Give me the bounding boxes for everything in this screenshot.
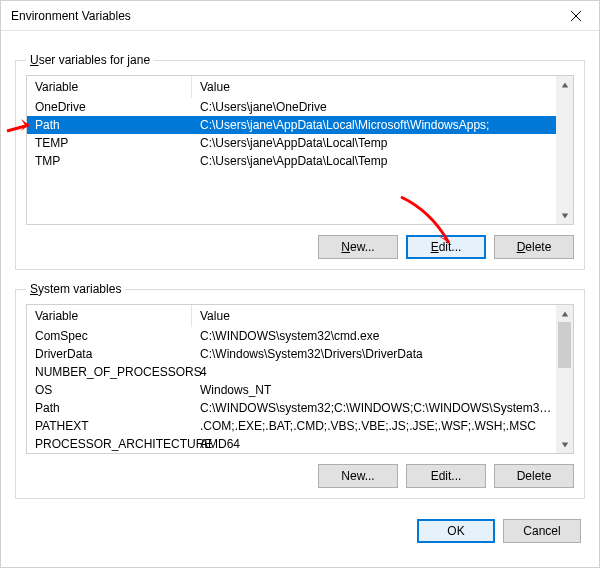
- scroll-down-icon[interactable]: [556, 436, 573, 453]
- row-val: C:\Users\jane\AppData\Local\Temp: [200, 136, 556, 150]
- row-var: PATHEXT: [35, 419, 200, 433]
- close-icon: [571, 11, 581, 21]
- row-val: 4: [200, 365, 556, 379]
- env-vars-dialog: Environment Variables User variables for…: [0, 0, 600, 568]
- row-val: C:\WINDOWS\system32;C:\WINDOWS;C:\WINDOW…: [200, 401, 556, 415]
- system-variables-group: System variables Variable Value ComSpecC…: [15, 282, 585, 499]
- scrollbar[interactable]: [556, 76, 573, 224]
- scroll-thumb[interactable]: [558, 93, 571, 207]
- row-var: Path: [35, 118, 200, 132]
- list-header-row: Variable Value: [27, 76, 556, 98]
- ok-button[interactable]: OK: [417, 519, 495, 543]
- scroll-up-icon[interactable]: [556, 305, 573, 322]
- list-header-row: Variable Value: [27, 305, 556, 327]
- close-button[interactable]: [553, 1, 599, 31]
- dialog-content: User variables for jane Variable Value O…: [1, 31, 599, 511]
- system-variables-legend: System variables: [26, 282, 125, 296]
- table-row[interactable]: PATHEXT.COM;.EXE;.BAT;.CMD;.VBS;.VBE;.JS…: [27, 417, 556, 435]
- row-val: .COM;.EXE;.BAT;.CMD;.VBS;.VBE;.JS;.JSE;.…: [200, 419, 556, 433]
- user-buttons-row: New... Edit... Delete: [26, 235, 574, 259]
- table-row[interactable]: TEMP C:\Users\jane\AppData\Local\Temp: [27, 134, 556, 152]
- system-variables-list[interactable]: Variable Value ComSpecC:\WINDOWS\system3…: [26, 304, 574, 454]
- table-row[interactable]: PROCESSOR_ARCHITECTUREAMD64: [27, 435, 556, 453]
- system-buttons-row: New... Edit... Delete: [26, 464, 574, 488]
- row-var: Path: [35, 401, 200, 415]
- dialog-buttons: OK Cancel: [1, 511, 599, 555]
- scroll-down-icon[interactable]: [556, 207, 573, 224]
- user-edit-button[interactable]: Edit...: [406, 235, 486, 259]
- col-header-variable[interactable]: Variable: [27, 305, 192, 327]
- row-var: PROCESSOR_ARCHITECTURE: [35, 437, 200, 451]
- row-var: ComSpec: [35, 329, 200, 343]
- row-val: C:\Users\jane\AppData\Local\Microsoft\Wi…: [200, 118, 556, 132]
- titlebar: Environment Variables: [1, 1, 599, 31]
- scrollbar[interactable]: [556, 305, 573, 453]
- scroll-thumb[interactable]: [558, 322, 571, 368]
- table-row[interactable]: Path C:\Users\jane\AppData\Local\Microso…: [27, 116, 556, 134]
- row-var: TMP: [35, 154, 200, 168]
- cancel-button[interactable]: Cancel: [503, 519, 581, 543]
- table-row[interactable]: PathC:\WINDOWS\system32;C:\WINDOWS;C:\WI…: [27, 399, 556, 417]
- col-header-value[interactable]: Value: [192, 305, 556, 327]
- row-val: Windows_NT: [200, 383, 556, 397]
- table-row[interactable]: OneDrive C:\Users\jane\OneDrive: [27, 98, 556, 116]
- user-variables-list[interactable]: Variable Value OneDrive C:\Users\jane\On…: [26, 75, 574, 225]
- user-delete-button[interactable]: Delete: [494, 235, 574, 259]
- row-val: C:\Users\jane\AppData\Local\Temp: [200, 154, 556, 168]
- row-var: OneDrive: [35, 100, 200, 114]
- table-row[interactable]: OSWindows_NT: [27, 381, 556, 399]
- col-header-variable[interactable]: Variable: [27, 76, 192, 98]
- system-delete-button[interactable]: Delete: [494, 464, 574, 488]
- row-var: NUMBER_OF_PROCESSORS: [35, 365, 200, 379]
- row-val: C:\WINDOWS\system32\cmd.exe: [200, 329, 556, 343]
- col-header-value[interactable]: Value: [192, 76, 556, 98]
- scroll-track[interactable]: [556, 322, 573, 436]
- scroll-up-icon[interactable]: [556, 76, 573, 93]
- user-variables-legend: User variables for jane: [26, 53, 154, 67]
- scroll-track[interactable]: [556, 93, 573, 207]
- table-row[interactable]: NUMBER_OF_PROCESSORS4: [27, 363, 556, 381]
- row-var: TEMP: [35, 136, 200, 150]
- row-var: OS: [35, 383, 200, 397]
- row-var: DriverData: [35, 347, 200, 361]
- row-val: C:\Windows\System32\Drivers\DriverData: [200, 347, 556, 361]
- table-row[interactable]: DriverDataC:\Windows\System32\Drivers\Dr…: [27, 345, 556, 363]
- row-val: C:\Users\jane\OneDrive: [200, 100, 556, 114]
- user-new-button[interactable]: New...: [318, 235, 398, 259]
- row-val: AMD64: [200, 437, 556, 451]
- dialog-title: Environment Variables: [11, 9, 131, 23]
- table-row[interactable]: ComSpecC:\WINDOWS\system32\cmd.exe: [27, 327, 556, 345]
- system-edit-button[interactable]: Edit...: [406, 464, 486, 488]
- table-row[interactable]: TMP C:\Users\jane\AppData\Local\Temp: [27, 152, 556, 170]
- user-variables-group: User variables for jane Variable Value O…: [15, 53, 585, 270]
- system-new-button[interactable]: New...: [318, 464, 398, 488]
